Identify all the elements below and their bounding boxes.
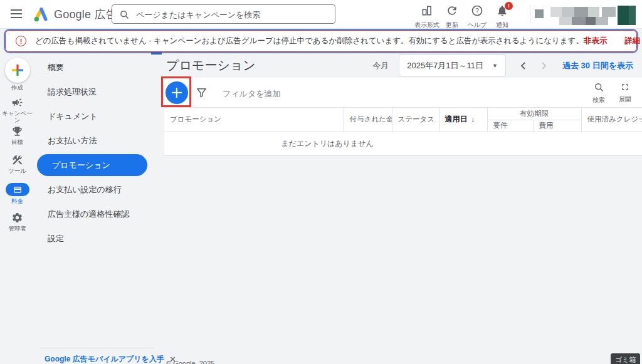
col-granted-amount[interactable]: 付与された金額: [344, 108, 392, 132]
dropdown-arrow-icon: ▼: [492, 63, 498, 69]
sidebar-item-settings[interactable]: 設定: [34, 226, 154, 251]
search-input[interactable]: [135, 6, 332, 24]
refresh-button[interactable]: 更新: [438, 4, 466, 29]
avatar[interactable]: [618, 6, 629, 25]
sidebar-item-advertiser-verification[interactable]: 広告主様の適格性確認: [34, 202, 154, 226]
blurred-account-info: [596, 17, 608, 25]
blurred-account-info: [550, 7, 562, 17]
brand-title: Google 広告: [54, 7, 117, 22]
filter-icon[interactable]: [196, 86, 208, 98]
menu-icon[interactable]: [11, 9, 22, 18]
help-icon: ?: [471, 4, 483, 17]
billing-selected-pill: [6, 183, 29, 196]
create-button[interactable]: [5, 58, 30, 83]
mobile-app-banner: Google 広告モバイルアプリを入手 ✕: [39, 348, 155, 364]
col-used-credit[interactable]: 使用済みクレジット: [581, 108, 642, 132]
sidebar-item-overview[interactable]: 概要: [34, 55, 154, 80]
mobile-app-link[interactable]: Google 広告モバイルアプリを入手: [45, 354, 164, 364]
add-filter-button[interactable]: フィルタを追加: [223, 88, 281, 100]
table-empty-state: まだエントリはありません: [164, 132, 642, 155]
sidebar-item-payment-methods[interactable]: お支払い方法: [34, 128, 154, 153]
credit-card-icon: [13, 185, 22, 194]
col-applied-date[interactable]: 適用日↓: [439, 108, 487, 132]
blurred-account-info: [572, 17, 586, 25]
date-context-label: 今月: [372, 60, 389, 71]
detail-link[interactable]: 詳細: [624, 36, 640, 46]
gear-icon: [11, 212, 23, 224]
plus-multicolor-icon: [11, 64, 24, 76]
empty-message: まだエントリはありません: [164, 138, 490, 149]
date-range-dropdown[interactable]: 2025年7月1日～11日 ▼: [399, 55, 506, 76]
blurred-account-info: [588, 7, 599, 17]
col-promotion[interactable]: プロモーション: [164, 108, 344, 132]
search-icon: [119, 9, 130, 20]
blurred-account-info: [562, 7, 574, 17]
blurred-account-info: [602, 7, 616, 17]
rail-item-campaigns[interactable]: キャンペーン: [0, 96, 34, 125]
chart-icon: [421, 4, 433, 17]
sidebar-item-billing-status[interactable]: 請求処理状況: [34, 80, 154, 104]
table-toolbar: フィルタを追加 検索 展開: [164, 78, 642, 108]
rail-item-create[interactable]: 作成: [1, 58, 34, 96]
previous-period-button[interactable]: [515, 58, 531, 74]
help-button[interactable]: ? ヘルプ: [463, 4, 491, 29]
icon-rail: 作成 キャンペーン 目標 ツール 料金 管理者: [0, 53, 34, 364]
notifications-button[interactable]: ! 通知: [488, 4, 516, 29]
rail-item-admin[interactable]: 管理者: [0, 212, 34, 241]
blurred-account-info: [535, 9, 544, 18]
refresh-icon: [446, 4, 458, 17]
sidebar-item-promotions[interactable]: プロモーション: [37, 154, 147, 176]
hide-link[interactable]: 非表示: [584, 36, 608, 46]
sidebar-item-payment-migration[interactable]: お支払い設定の移行: [34, 177, 154, 202]
top-bar: Google 広告 表示形式 更新 ? ヘルプ !: [0, 0, 642, 29]
add-promotion-button[interactable]: [166, 81, 188, 104]
megaphone-icon: [11, 96, 23, 108]
sort-desc-icon: ↓: [471, 115, 475, 123]
expand-icon: [620, 82, 630, 92]
sidebar-nav: 概要 請求処理状況 ドキュメント お支払い方法 プロモーション お支払い設定の移…: [34, 53, 154, 251]
trash-button[interactable]: ゴミ箱: [611, 353, 640, 364]
notification-badge: !: [505, 2, 513, 10]
divider: [530, 5, 530, 24]
google-ads-app: Google 広告 表示形式 更新 ? ヘルプ !: [0, 0, 642, 364]
alert-icon: !: [16, 36, 26, 46]
blurred-account-info: [586, 17, 596, 25]
account-menu[interactable]: [534, 5, 636, 24]
google-ads-logo: [33, 6, 50, 23]
page-header: プロモーション 今月 2025年7月1日～11日 ▼ 過去 30 日間を表示: [150, 53, 642, 78]
avatar: [629, 6, 636, 25]
col-cost[interactable]: 費用: [533, 120, 581, 132]
tools-icon: [11, 154, 23, 166]
expand-button[interactable]: 展開: [612, 82, 638, 105]
svg-text:?: ?: [475, 8, 479, 14]
col-status[interactable]: ステータス: [392, 108, 439, 132]
col-requirements[interactable]: 要件: [487, 120, 533, 132]
banner-annotation-box: ! どの広告も掲載されていません - キャンペーンおよび広告グループは停止中であ…: [4, 29, 638, 53]
page-title: プロモーション: [166, 57, 256, 74]
last-30-days-link[interactable]: 過去 30 日間を表示: [562, 60, 633, 71]
search-icon: [594, 82, 604, 93]
trophy-icon: [11, 125, 23, 137]
rail-item-tools[interactable]: ツール: [0, 154, 34, 183]
bell-icon: !: [496, 4, 508, 17]
display-format-button[interactable]: 表示形式: [413, 4, 441, 29]
sidebar-item-documents[interactable]: ドキュメント: [34, 104, 154, 128]
blurred-account-info: [559, 17, 572, 25]
col-group-validity: 有効期限: [487, 108, 581, 120]
chevron-left-icon: [520, 61, 526, 70]
promotions-card: フィルタを追加 検索 展開: [164, 78, 642, 156]
rail-item-goals[interactable]: 目標: [0, 125, 34, 154]
next-period-button[interactable]: [536, 58, 552, 74]
alert-banner: ! どの広告も掲載されていません - キャンペーンおよび広告グループは停止中であ…: [5, 30, 637, 52]
alert-message: どの広告も掲載されていません - キャンペーンおよび広告グループは停止中であるか…: [35, 36, 584, 46]
blurred-account-info: [574, 7, 588, 17]
table-search-button[interactable]: 検索: [586, 82, 612, 105]
copyright-text: © Google, 2025: [166, 360, 214, 364]
global-search[interactable]: [112, 4, 335, 24]
chevron-right-icon: [541, 61, 547, 70]
promotions-table-header: プロモーション 付与された金額 ステータス 適用日↓ 有効期限 使用済みクレジッ…: [164, 108, 642, 132]
rail-item-billing[interactable]: 料金: [0, 183, 34, 212]
main-content: プロモーション 今月 2025年7月1日～11日 ▼ 過去 30 日間を表示: [150, 53, 642, 364]
